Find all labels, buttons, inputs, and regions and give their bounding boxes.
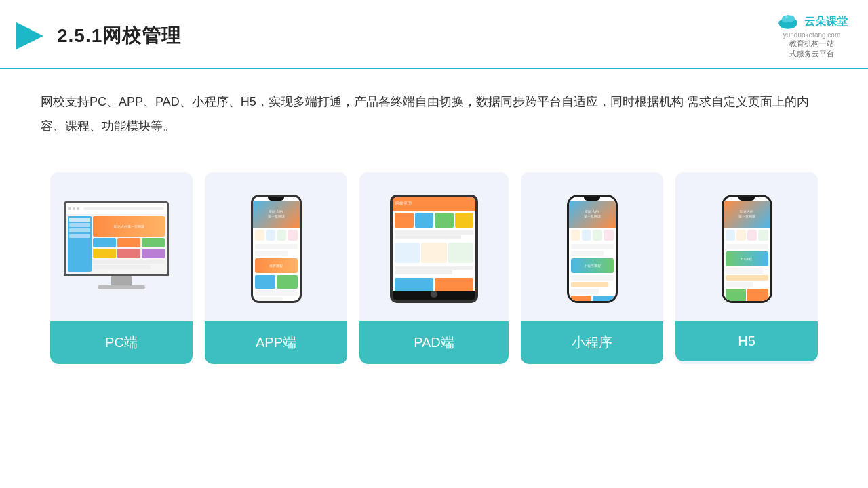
card-app: 职达人的第一堂网课 推荐课程 (205, 172, 347, 364)
label-pc: PC端 (50, 321, 193, 364)
description-text: 网校支持PC、APP、PAD、小程序、H5，实现多端打通，产品各终端自由切换，数… (0, 69, 868, 152)
pc-monitor: 职达人的第一堂网课 (64, 201, 179, 296)
card-pc: 职达人的第一堂网课 (50, 172, 193, 364)
h5-image-area: 职达人的第一堂网课 H5课程 (675, 172, 818, 321)
cards-container: 职达人的第一堂网课 (0, 159, 868, 378)
monitor-screen: 职达人的第一堂网课 (64, 201, 169, 276)
tablet-mockup: 网校管理 (390, 195, 478, 303)
play-icon (14, 20, 46, 52)
svg-point-8 (785, 16, 788, 19)
logo-name: 云朵课堂 (804, 15, 848, 29)
card-miniapp: 职达人的第一堂网课 小程序课程 (521, 172, 663, 364)
cloud-icon (776, 12, 800, 31)
phone-miniapp-mockup: 职达人的第一堂网课 小程序课程 (567, 195, 618, 303)
page-header: 2.5.1网校管理 云朵课堂 yunduoketang.com 教育机构一站式服… (0, 0, 868, 69)
pc-image-area: 职达人的第一堂网课 (50, 172, 193, 321)
logo-tagline: 教育机构一站式服务云平台 (789, 39, 834, 60)
page-title: 2.5.1网校管理 (57, 23, 181, 49)
label-app: APP端 (205, 321, 347, 364)
header-left: 2.5.1网校管理 (14, 20, 181, 52)
label-pad: PAD端 (359, 321, 509, 364)
logo-domain: yunduoketang.com (783, 31, 841, 39)
logo-area: 云朵课堂 yunduoketang.com 教育机构一站式服务云平台 (776, 12, 848, 60)
miniapp-image-area: 职达人的第一堂网课 小程序课程 (521, 172, 663, 321)
card-pad: 网校管理 (359, 172, 509, 364)
phone-h5-mockup: 职达人的第一堂网课 H5课程 (722, 195, 772, 303)
label-h5: H5 (675, 321, 818, 361)
svg-marker-0 (16, 22, 43, 49)
card-h5: 职达人的第一堂网课 H5课程 (675, 172, 818, 364)
app-image-area: 职达人的第一堂网课 推荐课程 (205, 172, 347, 321)
phone-app-mockup: 职达人的第一堂网课 推荐课程 (251, 195, 302, 303)
pad-image-area: 网校管理 (359, 172, 509, 321)
label-miniapp: 小程序 (521, 321, 663, 364)
logo-cloud: 云朵课堂 (776, 12, 848, 31)
